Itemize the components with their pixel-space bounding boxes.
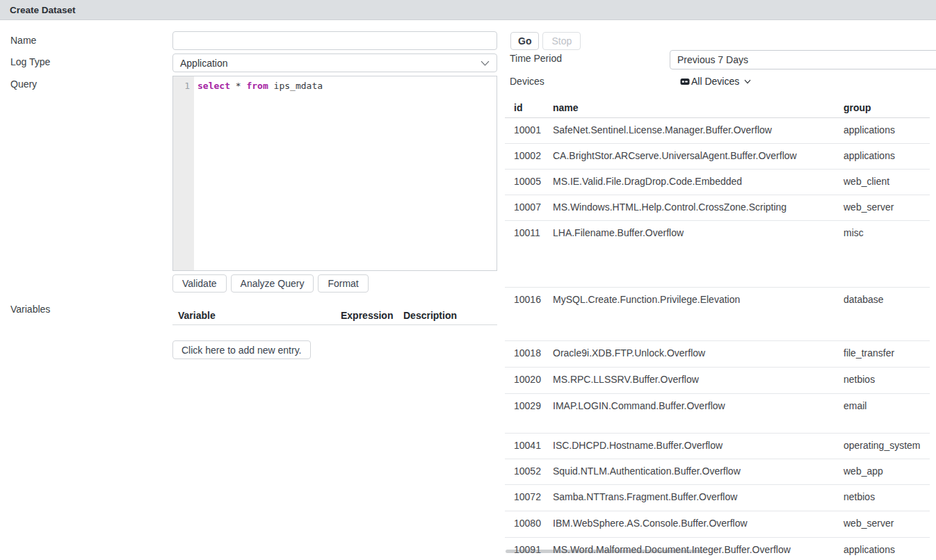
- editor-code-line: select * from ips_mdata: [194, 76, 497, 270]
- chevron-down-icon: [481, 60, 490, 66]
- cell-group: web_app: [844, 466, 930, 477]
- cell-id: 10029: [514, 400, 553, 411]
- table-row: 10018 Oracle9i.XDB.FTP.Unlock.Overflow f…: [505, 341, 930, 368]
- cell-name: MySQL.Create.Function.Privilege.Elevatio…: [553, 294, 844, 305]
- log-type-label: Log Type: [10, 56, 50, 67]
- cell-id: 10072: [514, 491, 553, 502]
- cell-group: applications: [844, 150, 930, 161]
- cell-name: MS.Windows.HTML.Help.Control.CrossZone.S…: [553, 201, 844, 213]
- cell-name: Oracle9i.XDB.FTP.Unlock.Overflow: [553, 347, 844, 359]
- cell-name: CA.BrightStor.ARCserve.UniversalAgent.Bu…: [553, 150, 844, 161]
- run-controls: Go Stop: [510, 32, 581, 50]
- table-row: 10080 IBM.WebSphere.AS.Console.Buffer.Ov…: [505, 511, 930, 538]
- table-row: 10002 CA.BrightStor.ARCserve.UniversalAg…: [505, 144, 930, 170]
- cell-name: ISC.DHCPD.Hostname.Buffer.Overflow: [553, 440, 844, 451]
- add-variable-button[interactable]: Click here to add new entry.: [172, 340, 311, 359]
- cell-group: operating_system: [844, 440, 930, 451]
- cell-group: email: [844, 400, 930, 411]
- stop-button[interactable]: Stop: [542, 32, 581, 50]
- sql-keyword: select: [197, 81, 230, 91]
- cell-group: misc: [844, 227, 930, 238]
- cell-id: 10002: [514, 150, 553, 161]
- dialog-titlebar: Create Dataset: [0, 0, 936, 20]
- dialog-title: Create Dataset: [10, 5, 76, 15]
- sql-keyword: from: [246, 81, 268, 91]
- create-dataset-dialog: Create Dataset Name Log Type Application…: [0, 0, 936, 560]
- cell-id: 10020: [514, 374, 553, 385]
- cell-id: 10052: [514, 466, 553, 477]
- line-number: 1: [173, 80, 190, 92]
- cell-name: MS.RPC.LLSSRV.Buffer.Overflow: [553, 374, 844, 385]
- cell-name: Samba.NTTrans.Fragment.Buffer.Overflow: [553, 491, 844, 502]
- cell-group: database: [844, 294, 930, 305]
- device-icon: [680, 78, 690, 85]
- cell-name: IMAP.LOGIN.Command.Buffer.Overflow: [553, 400, 844, 411]
- cell-name: IBM.WebSphere.AS.Console.Buffer.Overflow: [553, 518, 844, 529]
- name-label: Name: [10, 35, 36, 46]
- table-row: 10091 MS.Word.Malformed.Document.Integer…: [505, 538, 930, 560]
- cell-id: 10011: [514, 227, 553, 238]
- time-period-input[interactable]: [670, 50, 936, 69]
- cell-id: 10005: [514, 176, 553, 187]
- go-button[interactable]: Go: [510, 32, 539, 50]
- devices-label: Devices: [510, 76, 544, 87]
- analyze-query-button[interactable]: Analyze Query: [231, 274, 314, 293]
- log-type-select[interactable]: Application: [172, 53, 497, 72]
- cell-name: MS.IE.Valid.File.DragDrop.Code.Embedded: [553, 176, 844, 187]
- cell-name: SafeNet.Sentinel.License.Manager.Buffer.…: [553, 124, 844, 135]
- results-col-group: group: [844, 102, 930, 113]
- results-table-body: 10001 SafeNet.Sentinel.License.Manager.B…: [505, 118, 930, 560]
- query-label: Query: [10, 79, 37, 90]
- cell-id: 10041: [514, 440, 553, 451]
- cell-group: web_server: [844, 201, 930, 213]
- table-row: 10001 SafeNet.Sentinel.License.Manager.B…: [505, 118, 930, 144]
- cell-id: 10001: [514, 124, 553, 135]
- cell-group: web_server: [844, 518, 930, 529]
- cell-name: Squid.NTLM.Authentication.Buffer.Overflo…: [553, 466, 844, 477]
- format-button[interactable]: Format: [318, 274, 368, 293]
- cell-group: file_transfer: [844, 347, 930, 359]
- cell-id: 10018: [514, 347, 553, 359]
- cell-group: web_client: [844, 176, 930, 187]
- table-row: 10041 ISC.DHCPD.Hostname.Buffer.Overflow…: [505, 434, 930, 459]
- cell-id: 10080: [514, 518, 553, 529]
- time-period-label: Time Period: [510, 53, 562, 64]
- devices-value: All Devices: [691, 76, 739, 87]
- log-type-value: Application: [180, 58, 481, 69]
- results-col-id: id: [514, 102, 553, 113]
- variables-table-header: Variable Expression Description: [172, 306, 497, 325]
- cell-id: 10007: [514, 201, 553, 213]
- table-row: 10016 MySQL.Create.Function.Privilege.El…: [505, 288, 930, 341]
- cell-group: netbios: [844, 374, 930, 385]
- horizontal-scrollbar-thumb[interactable]: [506, 550, 703, 553]
- cell-name: LHA.Filename.Buffer.Overflow: [553, 227, 844, 238]
- variables-col-variable: Variable: [172, 310, 341, 321]
- query-code-editor[interactable]: 1 select * from ips_mdata: [172, 76, 497, 271]
- variables-label: Variables: [10, 304, 50, 315]
- cell-group: netbios: [844, 491, 930, 502]
- table-row: 10020 MS.RPC.LLSSRV.Buffer.Overflow netb…: [505, 368, 930, 394]
- results-table-header: id name group: [505, 97, 930, 118]
- table-row: 10052 Squid.NTLM.Authentication.Buffer.O…: [505, 459, 930, 485]
- variables-col-description: Description: [403, 310, 497, 321]
- results-col-name: name: [553, 102, 844, 113]
- table-row: 10029 IMAP.LOGIN.Command.Buffer.Overflow…: [505, 394, 930, 434]
- validate-button[interactable]: Validate: [172, 274, 227, 293]
- name-input[interactable]: [172, 31, 497, 50]
- cell-group: applications: [844, 124, 930, 135]
- variables-col-expression: Expression: [341, 310, 403, 321]
- sql-text: *: [230, 81, 246, 91]
- cell-group: applications: [844, 544, 930, 555]
- table-row: 10072 Samba.NTTrans.Fragment.Buffer.Over…: [505, 485, 930, 511]
- cell-id: 10016: [514, 294, 553, 305]
- devices-dropdown[interactable]: All Devices: [680, 75, 751, 88]
- query-actions: Validate Analyze Query Format: [172, 274, 369, 293]
- table-row: 10005 MS.IE.Valid.File.DragDrop.Code.Emb…: [505, 170, 930, 195]
- sql-text: ips_mdata: [268, 81, 323, 91]
- table-row: 10011 LHA.Filename.Buffer.Overflow misc: [505, 221, 930, 288]
- editor-gutter: 1: [173, 76, 194, 270]
- table-row: 10007 MS.Windows.HTML.Help.Control.Cross…: [505, 195, 930, 221]
- chevron-down-icon: [744, 79, 751, 84]
